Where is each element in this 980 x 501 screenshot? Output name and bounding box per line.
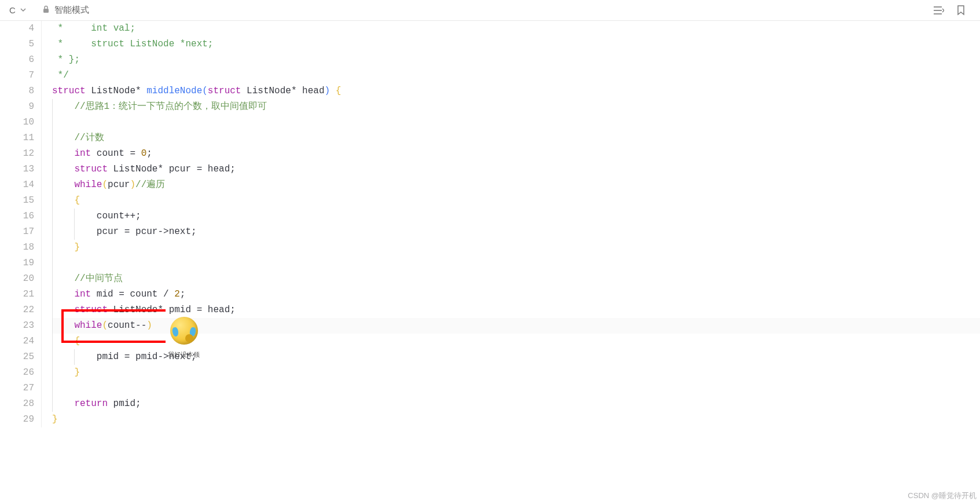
keyword-token: struct xyxy=(208,86,241,96)
line-number: 18 xyxy=(0,240,34,255)
text-token: { xyxy=(52,195,80,206)
code-line[interactable]: int mid = count / 2; xyxy=(52,287,980,302)
line-number: 13 xyxy=(0,162,34,177)
comment-token: * }; xyxy=(52,54,80,65)
code-line[interactable]: } xyxy=(52,365,980,381)
code-line[interactable]: //思路1：统计一下节点的个数，取中间值即可 xyxy=(52,99,980,115)
code-line[interactable]: return pmid; xyxy=(52,396,980,412)
comment-token: * xyxy=(52,23,91,34)
code-line[interactable]: */ xyxy=(52,68,980,83)
code-line[interactable]: while(pcur)//遍历 xyxy=(52,177,980,193)
indent xyxy=(52,320,74,331)
code-line[interactable]: //中间节点 xyxy=(52,271,980,287)
comment-token: //思路1：统计一下节点的个数，取中间值即可 xyxy=(74,101,267,112)
code-line[interactable]: count++; xyxy=(52,209,980,224)
line-number: 29 xyxy=(0,412,34,427)
lock-icon xyxy=(42,5,50,15)
code-line[interactable]: * struct ListNode *next; xyxy=(52,36,980,52)
language-selector-label[interactable]: C xyxy=(9,5,16,15)
code-line[interactable]: //计数 xyxy=(52,130,980,146)
code-line[interactable]: } xyxy=(52,412,980,427)
code-line[interactable]: struct ListNode* middleNode(struct ListN… xyxy=(52,83,980,99)
code-line[interactable] xyxy=(52,115,980,130)
text-token: ListNode *next; xyxy=(124,39,214,49)
code-line[interactable]: * int val; xyxy=(52,21,980,36)
line-number: 20 xyxy=(0,271,34,287)
indent xyxy=(52,273,74,284)
code-line[interactable]: struct ListNode* pmid = head; xyxy=(52,302,980,318)
code-line[interactable]: { xyxy=(52,193,980,209)
text-token: ; xyxy=(146,148,152,159)
keyword-token: return xyxy=(74,398,108,409)
code-line[interactable]: { xyxy=(52,334,980,349)
chevron-down-icon[interactable] xyxy=(20,6,26,14)
text-token: count-- xyxy=(108,320,146,331)
line-number: 12 xyxy=(0,146,34,162)
text-token: ListNode* pmid = head; xyxy=(108,305,236,315)
code-content[interactable]: * int val; * struct ListNode *next; * };… xyxy=(42,21,980,427)
indent xyxy=(52,180,74,190)
comment-token: //遍历 xyxy=(135,180,165,190)
keyword-token: struct xyxy=(74,164,108,174)
code-line[interactable] xyxy=(52,381,980,396)
type-token: int xyxy=(74,148,91,159)
text-token: val; xyxy=(108,23,135,34)
line-number: 6 xyxy=(0,52,34,68)
text-token: { xyxy=(330,86,341,96)
text-token: ; xyxy=(180,289,186,299)
number-token: 2 xyxy=(174,289,180,299)
comment-token: //计数 xyxy=(74,133,104,143)
line-number: 23 xyxy=(0,318,34,334)
line-number: 11 xyxy=(0,130,34,146)
text-token: pmid; xyxy=(108,398,141,409)
line-number: 17 xyxy=(0,224,34,240)
code-line[interactable]: while(count--) xyxy=(52,318,980,334)
indent xyxy=(52,133,74,143)
line-number: 28 xyxy=(0,396,34,412)
code-line[interactable]: } xyxy=(52,240,980,255)
bookmark-icon[interactable] xyxy=(956,5,966,16)
code-line[interactable]: pcur = pcur->next; xyxy=(52,224,980,240)
bracket-token: ( xyxy=(202,86,208,96)
type-token: int xyxy=(74,289,91,299)
number-token: 0 xyxy=(141,148,147,159)
keyword-token: struct xyxy=(91,39,124,49)
function-token: middleNode xyxy=(146,86,202,96)
text-token: ListNode* xyxy=(86,86,147,96)
code-line[interactable] xyxy=(52,255,980,271)
line-number: 15 xyxy=(0,193,34,209)
comment-token: * xyxy=(52,39,91,49)
comment-token: //中间节点 xyxy=(74,273,122,284)
line-number-gutter: 4 5 6 7 8 9 10 11 12 13 14 15 16 17 18 1… xyxy=(0,21,42,427)
line-number: 8 xyxy=(0,83,34,99)
code-line[interactable]: pmid = pmid->next; xyxy=(52,349,980,365)
bracket-token: ) xyxy=(325,86,331,96)
text-token: count = xyxy=(91,148,141,159)
line-number: 7 xyxy=(0,68,34,83)
text-token: mid = count / xyxy=(91,289,174,299)
text-token: } xyxy=(52,414,58,425)
line-number: 21 xyxy=(0,287,34,302)
keyword-token: struct xyxy=(74,305,108,315)
line-number: 25 xyxy=(0,349,34,365)
code-line[interactable]: struct ListNode* pcur = head; xyxy=(52,162,980,177)
bracket-token: ( xyxy=(102,320,108,331)
keyword-token: struct xyxy=(52,86,86,96)
mode-label: 智能模式 xyxy=(54,5,89,16)
text-token: { xyxy=(52,336,80,346)
code-line[interactable]: * }; xyxy=(52,52,980,68)
line-number: 16 xyxy=(0,209,34,224)
indent xyxy=(52,289,74,299)
line-number: 19 xyxy=(0,255,34,271)
code-line[interactable]: int count = 0; xyxy=(52,146,980,162)
bracket-token: ) xyxy=(130,180,135,190)
bracket-token: ) xyxy=(146,320,152,331)
svg-rect-0 xyxy=(43,9,49,13)
bracket-token: ( xyxy=(102,180,108,190)
line-number: 14 xyxy=(0,177,34,193)
code-editor[interactable]: 4 5 6 7 8 9 10 11 12 13 14 15 16 17 18 1… xyxy=(0,21,980,427)
list-icon[interactable] xyxy=(934,5,944,16)
line-number: 4 xyxy=(0,21,34,36)
line-number: 27 xyxy=(0,381,34,396)
text-token: ListNode* pcur = head; xyxy=(108,164,236,174)
